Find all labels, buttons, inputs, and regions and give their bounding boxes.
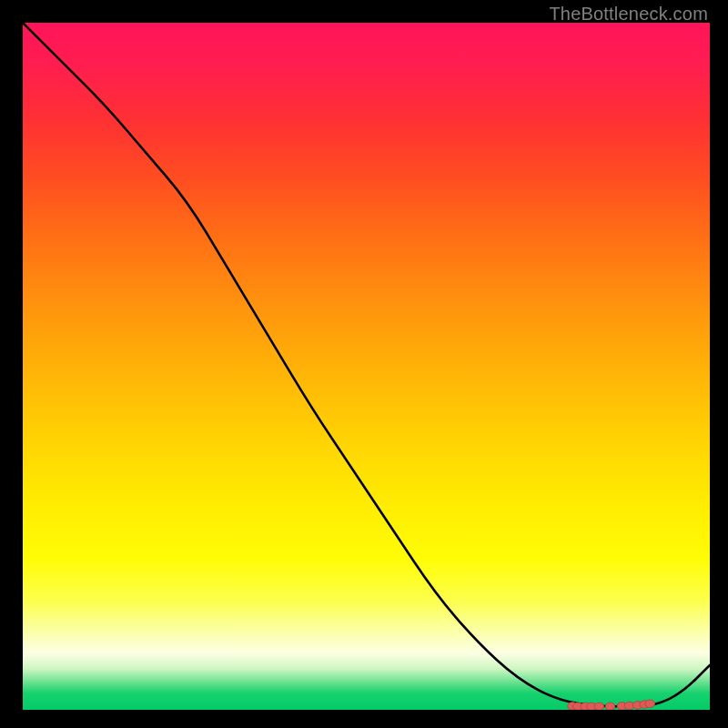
bottleneck-curve xyxy=(23,23,710,706)
plot-area xyxy=(23,23,710,710)
chart-svg xyxy=(23,23,710,710)
marker-dot xyxy=(594,703,604,710)
marker-dot xyxy=(645,700,655,708)
watermark-text: TheBottleneck.com xyxy=(549,4,708,25)
flat-minimum-markers xyxy=(568,700,655,710)
chart-container: TheBottleneck.com xyxy=(0,0,728,728)
marker-dot xyxy=(605,703,615,710)
